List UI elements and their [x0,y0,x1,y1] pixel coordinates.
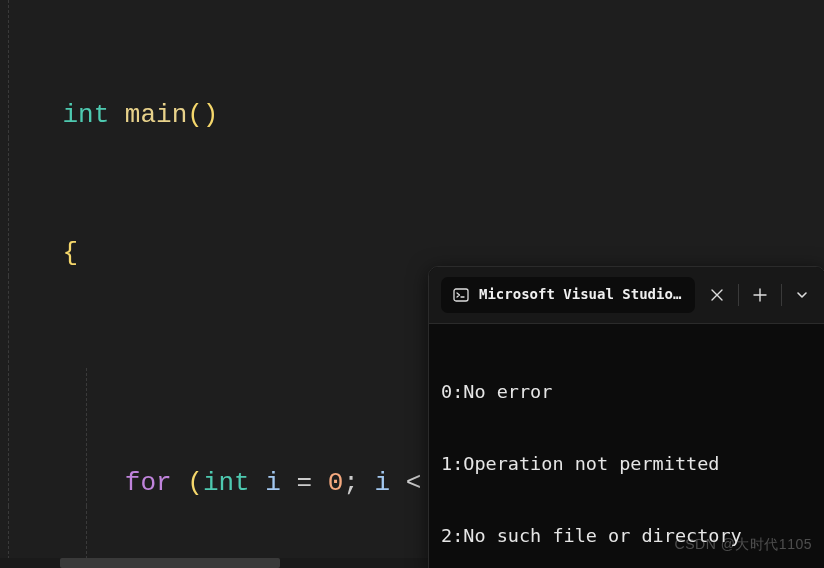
terminal-output[interactable]: 0:No error 1:Operation not permitted 2:N… [429,324,824,568]
tab-dropdown-button[interactable] [787,278,817,312]
svg-rect-0 [454,289,468,301]
code-line-2: { [0,138,824,276]
terminal-line: 0:No error [441,380,813,404]
terminal-titlebar[interactable]: Microsoft Visual Studio 调试控制台 [429,267,824,324]
semicolon: ; [343,468,359,498]
vs-icon [453,287,469,303]
new-tab-button[interactable] [745,278,775,312]
separator [738,284,739,306]
keyword-int: int [62,100,109,130]
code-line-1: int main() [0,0,824,138]
operator-eq: = [297,468,313,498]
watermark-text: CSDN @大时代1105 [675,536,812,554]
keyword-for: for [125,468,172,498]
horizontal-scrollbar-thumb[interactable] [60,558,280,568]
identifier-i: i [265,468,281,498]
terminal-tab-label: Microsoft Visual Studio 调试控制台 [479,286,683,304]
operator-lt: < [406,468,422,498]
tab-close-button[interactable] [707,284,726,306]
terminal-window[interactable]: Microsoft Visual Studio 调试控制台 0:No error… [428,266,824,568]
separator [781,284,782,306]
paren-open: ( [187,468,203,498]
brace-open: { [62,238,78,268]
identifier-i: i [375,468,391,498]
function-main: main [125,100,187,130]
keyword-int: int [203,468,250,498]
terminal-tab[interactable]: Microsoft Visual Studio 调试控制台 [441,277,695,313]
paren-pair: () [187,100,218,130]
literal-0: 0 [328,468,344,498]
terminal-line: 1:Operation not permitted [441,452,813,476]
